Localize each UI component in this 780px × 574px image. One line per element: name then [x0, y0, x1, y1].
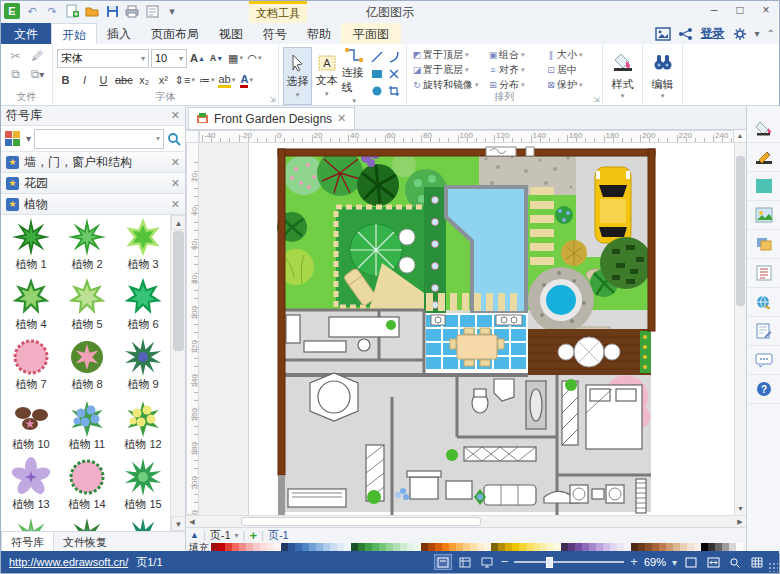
- page-view-icon[interactable]: [457, 555, 473, 569]
- plant-item-7[interactable]: 植物 7: [3, 337, 59, 397]
- plant-item-12[interactable]: 植物 12: [115, 397, 171, 457]
- edit-dropdown-icon[interactable]: ▾: [647, 92, 678, 100]
- font-btn-2[interactable]: U: [95, 71, 112, 89]
- plant-item-3[interactable]: 植物 3: [115, 217, 171, 277]
- library-section-0[interactable]: ★墙，门，窗户和结构✕: [1, 152, 185, 173]
- ribbon-tab-0[interactable]: 开始: [51, 23, 97, 44]
- crop-tool-icon[interactable]: [386, 83, 402, 99]
- garden-plan-drawing[interactable]: [274, 145, 659, 515]
- ellipse-tool-icon[interactable]: [369, 83, 385, 99]
- paste-icon[interactable]: ⧉: [6, 65, 26, 83]
- ribbon-tab-2[interactable]: 页面布局: [141, 23, 209, 44]
- new-page-icon[interactable]: [64, 3, 80, 19]
- ribbon-tab-3[interactable]: 视图: [209, 23, 253, 44]
- hscroll-right-icon[interactable]: ▶: [734, 516, 746, 527]
- bullet-list-button[interactable]: ≔▾: [198, 71, 216, 89]
- arc-text-button[interactable]: ◠▾: [246, 49, 263, 67]
- vscroll-thumb[interactable]: [736, 156, 745, 306]
- library-close-icon[interactable]: ✕: [171, 109, 180, 122]
- page-dropdown-icon[interactable]: ▾: [235, 531, 239, 540]
- plant-item-15[interactable]: 植物 15: [115, 457, 171, 517]
- ribbon-tab-4[interactable]: 符号: [253, 23, 297, 44]
- plant-item-13[interactable]: 植物 13: [3, 457, 59, 517]
- undo-icon[interactable]: ↶: [24, 3, 40, 19]
- scroll-down-icon[interactable]: ▼: [171, 516, 185, 531]
- app-logo-icon[interactable]: E: [4, 3, 20, 19]
- canvas-vertical-scrollbar[interactable]: ▼: [734, 143, 746, 515]
- qat-more-dropdown-icon[interactable]: ▾: [164, 3, 180, 19]
- help-icon[interactable]: ?: [747, 375, 780, 404]
- connector-tool-button[interactable]: 连接线▾: [342, 47, 368, 105]
- arrange-5[interactable]: ⊡居中: [545, 62, 601, 77]
- section-close-icon[interactable]: ✕: [171, 177, 180, 190]
- library-search-input[interactable]: ▾: [34, 129, 164, 149]
- close-button[interactable]: ×: [753, 1, 779, 21]
- line-tool-icon[interactable]: [369, 49, 385, 65]
- library-section-2[interactable]: ★植物✕: [1, 194, 185, 215]
- car[interactable]: [595, 167, 631, 243]
- search-icon[interactable]: [167, 132, 181, 146]
- stencil-dropdown-icon[interactable]: ▾: [26, 133, 31, 144]
- doc-tab-close-icon[interactable]: ✕: [337, 112, 346, 125]
- redo-icon[interactable]: ↷: [44, 3, 60, 19]
- plant-item-2[interactable]: 植物 2: [59, 217, 115, 277]
- arc-tool-icon[interactable]: [386, 49, 402, 65]
- rectangle-tool-icon[interactable]: [369, 66, 385, 82]
- zoom-area-icon[interactable]: [727, 555, 743, 569]
- resize-grip[interactable]: [768, 562, 778, 572]
- font-size-combo[interactable]: 10▾: [151, 49, 187, 68]
- open-folder-icon[interactable]: [84, 3, 100, 19]
- save-icon[interactable]: [104, 3, 120, 19]
- fit-page-icon[interactable]: [683, 555, 699, 569]
- drawing-viewport[interactable]: [199, 143, 734, 515]
- hscroll-left-icon[interactable]: ◀: [186, 516, 198, 527]
- file-tab[interactable]: 文件: [1, 23, 51, 44]
- copy-icon[interactable]: ⧉▾: [28, 65, 48, 83]
- library-section-1[interactable]: ★花园✕: [1, 173, 185, 194]
- zoom-level[interactable]: 69%: [644, 556, 666, 568]
- add-page-button[interactable]: +: [249, 530, 257, 541]
- fit-width-icon[interactable]: [705, 555, 721, 569]
- arrange-0[interactable]: ◩置于顶层▾: [411, 47, 487, 62]
- collapse-ribbon-icon[interactable]: ⌃: [767, 28, 775, 39]
- plant-item-10[interactable]: 植物 10: [3, 397, 59, 457]
- vscroll-down-icon[interactable]: ▼: [735, 503, 746, 515]
- font-btn-4[interactable]: x₂: [136, 71, 153, 89]
- plant-item-9[interactable]: 植物 9: [115, 337, 171, 397]
- ribbon-tab-1[interactable]: 插入: [97, 23, 141, 44]
- arrange-4[interactable]: ≡对齐▾: [487, 62, 545, 77]
- stencil-icon[interactable]: [5, 131, 23, 147]
- font-btn-1[interactable]: I: [76, 71, 93, 89]
- font-name-combo[interactable]: 宋体▾: [57, 49, 149, 68]
- plant-item-11[interactable]: 植物 11: [59, 397, 115, 457]
- zoom-slider-thumb[interactable]: [546, 557, 553, 568]
- plant-item-1[interactable]: 植物 1: [3, 217, 59, 277]
- plant-item-partial-2[interactable]: [115, 517, 171, 531]
- comment-icon[interactable]: [747, 346, 780, 375]
- format-fill-icon[interactable]: [747, 114, 780, 143]
- plant-item-5[interactable]: 植物 5: [59, 277, 115, 337]
- login-link[interactable]: 登录: [701, 25, 725, 42]
- vscroll-up-icon[interactable]: ▲: [734, 130, 746, 142]
- pen-tool-icon[interactable]: [386, 66, 402, 82]
- plant-item-partial-0[interactable]: [3, 517, 59, 531]
- pencil-edit-icon[interactable]: [747, 143, 780, 172]
- font-color-button[interactable]: A▾: [238, 71, 255, 89]
- picture-icon[interactable]: [747, 201, 780, 230]
- font-btn-0[interactable]: B: [57, 71, 74, 89]
- document-tab[interactable]: Front Garden Designs ✕: [188, 107, 355, 129]
- section-close-icon[interactable]: ✕: [171, 156, 180, 169]
- border-button[interactable]: ▦▾: [227, 49, 244, 67]
- plant-item-8[interactable]: 植物 8: [59, 337, 115, 397]
- arrange-2[interactable]: ∥大小▾: [545, 47, 601, 62]
- text-tool-button[interactable]: A 文本▾: [314, 47, 340, 105]
- note-edit-icon[interactable]: [747, 317, 780, 346]
- zoom-slider[interactable]: [514, 555, 624, 569]
- scrollbar-thumb[interactable]: [173, 231, 184, 351]
- cut-icon[interactable]: ✂: [6, 47, 26, 65]
- grow-font-button[interactable]: A▲: [189, 49, 206, 67]
- grid-icon[interactable]: [749, 555, 765, 569]
- gear-dropdown-icon[interactable]: ▾: [755, 28, 760, 39]
- select-tool-button[interactable]: 选择▾: [283, 47, 312, 105]
- presentation-view-icon[interactable]: [479, 555, 495, 569]
